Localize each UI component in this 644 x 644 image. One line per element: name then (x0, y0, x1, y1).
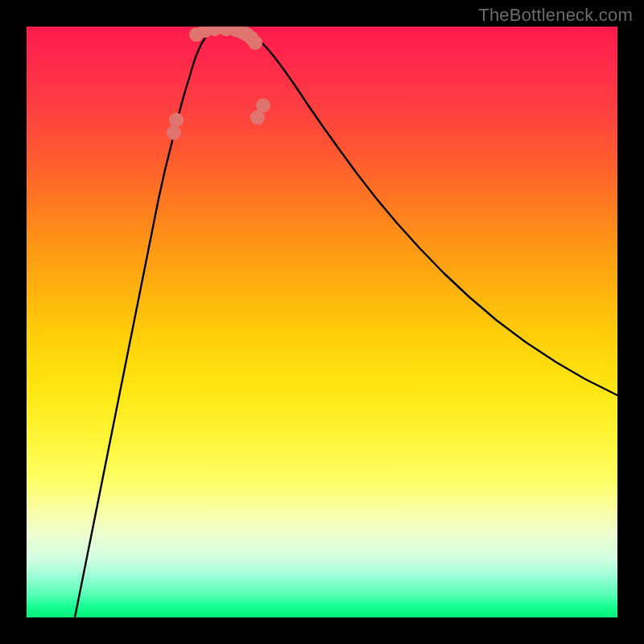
svg-point-10 (248, 35, 262, 50)
chart-frame: TheBottleneck.com (0, 0, 644, 644)
plot-area (27, 27, 617, 617)
left-branch-line (75, 27, 225, 618)
svg-point-0 (167, 126, 181, 140)
watermark-text: TheBottleneck.com (478, 5, 633, 26)
svg-point-1 (169, 113, 184, 127)
svg-point-12 (256, 98, 270, 113)
curve-layer (27, 27, 617, 617)
dot-markers (167, 27, 270, 140)
right-branch-line (225, 27, 617, 396)
